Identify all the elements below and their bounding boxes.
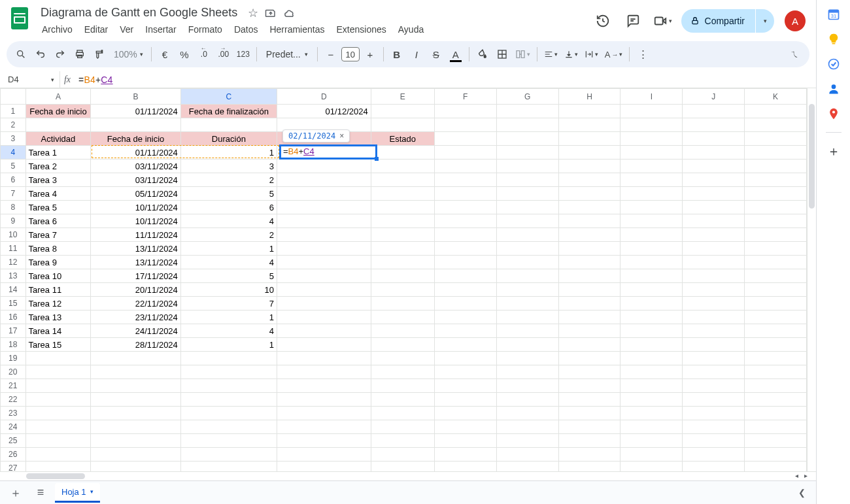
cell-A8[interactable]: Tarea 5	[26, 201, 91, 214]
cell-J5[interactable]	[683, 160, 745, 173]
cell-F14[interactable]	[434, 283, 496, 297]
decimal-decrease[interactable]: .0←	[195, 45, 213, 63]
cell-H12[interactable]	[558, 256, 620, 269]
cell-F18[interactable]	[434, 338, 496, 352]
cell-C18[interactable]: 1	[180, 338, 277, 352]
cell-H13[interactable]	[558, 269, 620, 283]
cell-C16[interactable]: 1	[180, 311, 277, 324]
cell-A25[interactable]	[26, 434, 91, 448]
cell-J14[interactable]	[683, 283, 745, 297]
cell-I8[interactable]	[620, 201, 683, 214]
cell-A23[interactable]	[26, 407, 91, 420]
cell-B15[interactable]: 22/11/2024	[91, 297, 181, 311]
cell-A22[interactable]	[26, 393, 91, 407]
cell-I15[interactable]	[620, 297, 683, 311]
row-header-16[interactable]: 16	[1, 311, 26, 324]
cell-F21[interactable]	[434, 379, 496, 393]
cell-B10[interactable]: 11/11/2024	[91, 228, 181, 242]
cell-I25[interactable]	[620, 434, 683, 448]
strikethrough-icon[interactable]: S	[427, 45, 445, 63]
cell-K10[interactable]	[745, 228, 807, 242]
cell-E18[interactable]	[371, 338, 434, 352]
cell-K1[interactable]	[745, 105, 807, 118]
cell-G23[interactable]	[496, 407, 558, 420]
cell-B13[interactable]: 17/11/2024	[91, 269, 181, 283]
history-icon[interactable]	[591, 9, 615, 33]
format-percent[interactable]: %	[175, 45, 194, 63]
cell-I4[interactable]	[620, 146, 683, 160]
add-sheet-icon[interactable]: ＋	[5, 482, 26, 503]
cell-B12[interactable]: 13/11/2024	[91, 256, 181, 269]
cell-J19[interactable]	[683, 352, 745, 365]
cell-K15[interactable]	[745, 297, 807, 311]
italic-icon[interactable]: I	[407, 45, 426, 63]
cell-B19[interactable]	[91, 352, 181, 365]
font-size-decrease[interactable]: −	[322, 45, 340, 63]
cell-G12[interactable]	[496, 256, 558, 269]
cell-I10[interactable]	[620, 228, 683, 242]
cell-E3[interactable]: Estado	[371, 132, 434, 146]
cell-B2[interactable]	[91, 118, 181, 132]
cell-E15[interactable]	[371, 297, 434, 311]
row-header-2[interactable]: 2	[1, 118, 26, 132]
cell-G8[interactable]	[496, 201, 558, 214]
cell-H5[interactable]	[558, 160, 620, 173]
cell-I12[interactable]	[620, 256, 683, 269]
paint-format-icon[interactable]	[90, 45, 109, 63]
cell-B27[interactable]	[91, 462, 181, 472]
row-header-4[interactable]: 4	[1, 146, 26, 160]
cell-J23[interactable]	[683, 407, 745, 420]
row-header-19[interactable]: 19	[1, 352, 26, 365]
cell-F27[interactable]	[434, 462, 496, 472]
row-header-14[interactable]: 14	[1, 283, 26, 297]
cell-K24[interactable]	[745, 420, 807, 434]
cell-J8[interactable]	[683, 201, 745, 214]
cell-D20[interactable]	[277, 365, 371, 379]
cell-J16[interactable]	[683, 311, 745, 324]
cell-C11[interactable]: 1	[180, 242, 277, 256]
cell-H10[interactable]	[558, 228, 620, 242]
keep-app-icon[interactable]	[827, 33, 840, 46]
star-icon[interactable]: ☆	[246, 6, 260, 20]
cell-H9[interactable]	[558, 214, 620, 228]
cell-J15[interactable]	[683, 297, 745, 311]
decimal-increase[interactable]: .00→	[214, 45, 233, 63]
fill-color-icon[interactable]	[473, 45, 492, 63]
menu-insertar[interactable]: Insertar	[140, 22, 181, 37]
cell-A12[interactable]: Tarea 9	[26, 256, 91, 269]
cell-F4[interactable]	[434, 146, 496, 160]
cell-F20[interactable]	[434, 365, 496, 379]
cell-E25[interactable]	[371, 434, 434, 448]
cell-H16[interactable]	[558, 311, 620, 324]
row-header-22[interactable]: 22	[1, 393, 26, 407]
cell-E16[interactable]	[371, 311, 434, 324]
cell-K4[interactable]	[745, 146, 807, 160]
cell-J10[interactable]	[683, 228, 745, 242]
zoom-select[interactable]: 100%▾	[110, 49, 147, 59]
menu-herramientas[interactable]: Herramientas	[264, 22, 330, 37]
undo-icon[interactable]	[31, 45, 50, 63]
cell-J7[interactable]	[683, 187, 745, 201]
cell-A16[interactable]: Tarea 13	[26, 311, 91, 324]
cell-E17[interactable]	[371, 324, 434, 338]
cell-J4[interactable]	[683, 146, 745, 160]
cell-I6[interactable]	[620, 173, 683, 187]
all-sheets-icon[interactable]: ≡	[30, 482, 51, 503]
cell-E21[interactable]	[371, 379, 434, 393]
row-header-3[interactable]: 3	[1, 132, 26, 146]
cell-H22[interactable]	[558, 393, 620, 407]
cell-C27[interactable]	[180, 462, 277, 472]
cell-C9[interactable]: 4	[180, 214, 277, 228]
cell-A26[interactable]	[26, 448, 91, 462]
print-icon[interactable]	[71, 45, 89, 63]
cell-G25[interactable]	[496, 434, 558, 448]
cell-C23[interactable]	[180, 407, 277, 420]
cell-C13[interactable]: 5	[180, 269, 277, 283]
cell-C19[interactable]	[180, 352, 277, 365]
spreadsheet-grid[interactable]: ABCDEFGHIJK1Fecha de inicio01/11/2024Fec…	[0, 88, 807, 471]
cell-I17[interactable]	[620, 324, 683, 338]
cell-H3[interactable]	[558, 132, 620, 146]
cell-A11[interactable]: Tarea 8	[26, 242, 91, 256]
cell-H20[interactable]	[558, 365, 620, 379]
cell-K2[interactable]	[745, 118, 807, 132]
